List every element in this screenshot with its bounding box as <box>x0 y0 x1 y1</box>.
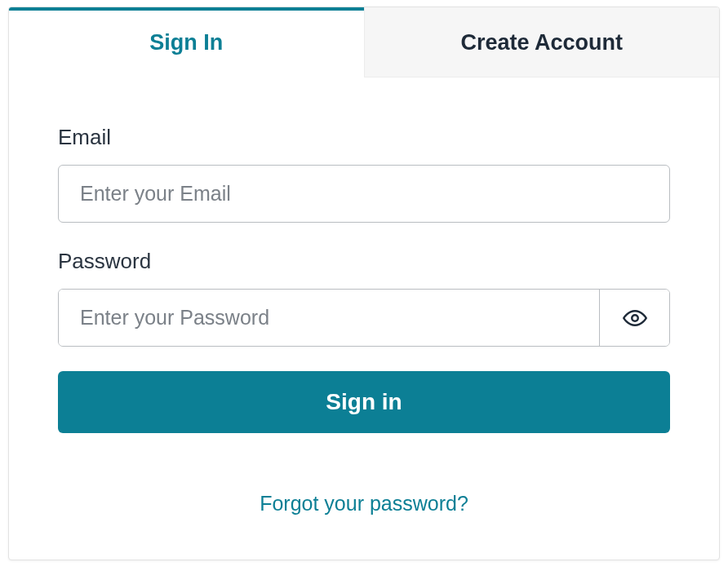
password-input[interactable] <box>59 290 599 346</box>
tab-signin-label: Sign In <box>149 30 223 55</box>
tab-create-account[interactable]: Create Account <box>364 7 720 77</box>
email-input[interactable] <box>58 165 670 223</box>
signin-button-label: Sign in <box>326 389 402 414</box>
forgot-password-wrap: Forgot your password? <box>58 492 670 515</box>
auth-card: Sign In Create Account Email Password Si… <box>8 7 720 560</box>
email-label: Email <box>58 125 670 150</box>
auth-tabs: Sign In Create Account <box>9 7 719 77</box>
password-field-wrap <box>58 289 670 347</box>
forgot-password-label: Forgot your password? <box>260 492 468 515</box>
toggle-password-visibility-button[interactable] <box>599 290 669 346</box>
signin-panel: Email Password Sign in Forgot your passw… <box>9 77 719 560</box>
tab-create-account-label: Create Account <box>460 30 623 55</box>
password-label: Password <box>58 249 670 274</box>
eye-icon <box>623 306 647 330</box>
svg-point-0 <box>632 315 638 321</box>
tab-signin[interactable]: Sign In <box>9 7 364 77</box>
signin-button[interactable]: Sign in <box>58 371 670 433</box>
forgot-password-link[interactable]: Forgot your password? <box>260 492 468 515</box>
